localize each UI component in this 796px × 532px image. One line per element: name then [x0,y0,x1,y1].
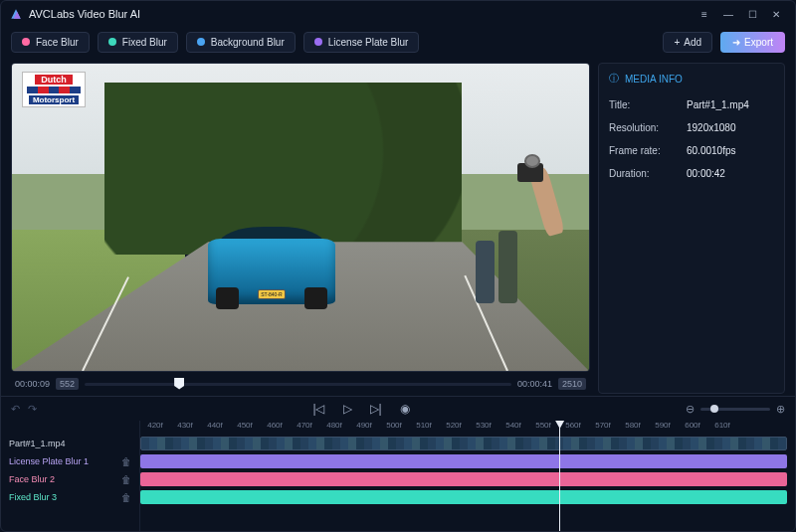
video-track[interactable] [140,435,795,452]
video-frame: ST-840-R Dutch Motorsport [12,64,589,371]
fixed-blur-button[interactable]: Fixed Blur [98,32,178,53]
video-clip[interactable] [140,437,787,450]
hamburger-icon[interactable]: ≡ [694,6,715,22]
add-label: Add [684,37,701,48]
timeline-body: Part#1_1.mp4 License Plate Blur 1 🗑 Face… [1,421,795,531]
title-value: Part#1_1.mp4 [687,99,749,110]
minimize-button[interactable]: — [717,6,739,22]
info-row-resolution: Resolution: 1920x1080 [609,116,774,139]
track-label-face[interactable]: Face Blur 2 🗑 [1,470,139,488]
prev-frame-button[interactable]: |◁ [312,402,324,416]
license-plate-blur-label: License Plate Blur [328,37,409,48]
current-time: 00:00:09 [15,379,50,389]
timeline-zoom: ⊖ ⊕ [686,403,785,416]
export-button[interactable]: ➜ Export [720,32,785,53]
track-label-video[interactable]: Part#1_1.mp4 [1,435,139,452]
delete-face-track-icon[interactable]: 🗑 [121,474,131,485]
license-plate-clip[interactable] [140,454,787,468]
track-video-name: Part#1_1.mp4 [9,439,66,448]
app-logo-icon [9,7,23,21]
resolution-key: Resolution: [609,122,687,133]
ruler-tick: 610f [707,421,737,435]
app-title: AVCLabs Video Blur AI [29,8,140,20]
ruler-tick: 500f [379,421,409,435]
face-blur-label: Face Blur [36,37,79,48]
logo-line1: Dutch [35,75,73,85]
face-clip[interactable] [140,472,787,486]
face-blur-button[interactable]: Face Blur [11,32,90,53]
track-area[interactable]: 420f430f440f450f460f470f480f490f500f510f… [140,421,795,531]
delete-fixed-track-icon[interactable]: 🗑 [121,492,131,503]
media-info-title: MEDIA INFO [625,74,683,85]
fixed-blur-label: Fixed Blur [122,37,167,48]
end-frame: 2510 [558,378,586,390]
toolbar-right: + Add ➜ Export [663,32,785,53]
scrub-track[interactable] [85,383,511,386]
background-blur-label: Background Blur [211,37,285,48]
ruler-tick: 600f [678,421,707,435]
framerate-value: 60.0010fps [687,145,736,156]
track-label-license-plate[interactable]: License Plate Blur 1 🗑 [1,452,139,470]
ruler-tick: 430f [170,421,200,435]
ruler-tick: 540f [498,421,528,435]
ruler-tick: 470f [290,421,319,435]
info-row-framerate: Frame rate: 60.0010fps [609,139,774,162]
video-preview[interactable]: ST-840-R Dutch Motorsport [11,63,590,372]
scrub-bar: 00:00:09 552 00:00:41 2510 [11,372,590,394]
delete-lp-track-icon[interactable]: 🗑 [121,456,131,467]
undo-redo: ↶ ↷ [11,403,37,416]
playback-controls: |◁ ▷ ▷| ◉ [312,402,409,416]
license-plate-blur-button[interactable]: License Plate Blur [303,32,420,53]
info-icon: ⓘ [609,72,619,86]
zoom-slider[interactable] [700,408,770,411]
ruler-tick: 490f [349,421,379,435]
export-icon: ➜ [732,37,740,48]
track-lp-name: License Plate Blur 1 [9,456,89,466]
plus-icon: + [674,37,680,48]
ruler-tick: 550f [528,421,558,435]
fixed-dot-icon [108,38,116,46]
ruler-tick: 440f [200,421,230,435]
next-frame-button[interactable]: ▷| [370,402,382,416]
car: ST-840-R [202,224,340,310]
maximize-button[interactable]: ☐ [741,6,763,22]
add-button[interactable]: + Add [663,32,712,53]
zoom-handle[interactable] [710,405,718,413]
background-dot-icon [197,38,205,46]
info-row-title: Title: Part#1_1.mp4 [609,93,774,116]
play-button[interactable]: ▷ [343,402,352,416]
microphone-icon [524,154,540,168]
fixed-track[interactable] [140,488,795,506]
redo-button[interactable]: ↷ [28,403,37,416]
background-blur-button[interactable]: Background Blur [186,32,296,53]
close-button[interactable]: ✕ [765,6,787,22]
license-plate: ST-840-R [258,289,286,299]
ruler-tick: 510f [409,421,439,435]
titlebar: AVCLabs Video Blur AI ≡ — ☐ ✕ [1,1,795,27]
license-plate-track[interactable] [140,452,795,470]
zoom-in-icon[interactable]: ⊕ [776,403,785,416]
info-row-duration: Duration: 00:00:42 [609,162,774,185]
toolbar: Face Blur Fixed Blur Background Blur Lic… [1,27,795,57]
track-labels: Part#1_1.mp4 License Plate Blur 1 🗑 Face… [1,421,140,531]
zoom-out-icon[interactable]: ⊖ [686,403,695,416]
fixed-clip[interactable] [140,490,787,504]
channel-logo: Dutch Motorsport [22,72,86,107]
preview-column: ST-840-R Dutch Motorsport 00:00:09 552 0… [11,63,590,394]
scrub-handle[interactable] [174,378,184,390]
duration-key: Duration: [609,168,687,179]
ruler-tick: 580f [618,421,648,435]
timeline-playhead[interactable] [559,421,560,531]
face-track[interactable] [140,470,795,488]
title-key: Title: [609,99,687,110]
ruler-tick: 530f [469,421,498,435]
undo-button[interactable]: ↶ [11,403,20,416]
preview-visibility-button[interactable]: ◉ [400,402,410,416]
ruler-tick: 520f [439,421,469,435]
ruler-tick: 590f [648,421,678,435]
logo-line2: Motorsport [29,95,79,104]
timeline: ↶ ↷ |◁ ▷ ▷| ◉ ⊖ ⊕ Part#1_1.mp4 [1,396,795,531]
current-frame: 552 [56,378,79,390]
track-label-fixed[interactable]: Fixed Blur 3 🗑 [1,488,139,506]
ruler-tick: 570f [588,421,618,435]
